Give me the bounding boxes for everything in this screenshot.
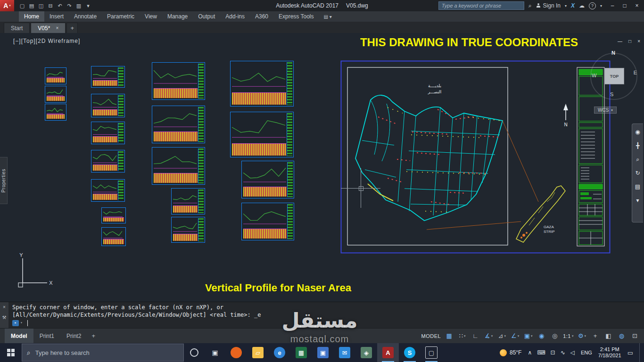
photos-icon[interactable]: ▣ <box>312 343 334 362</box>
profile-viewport-thumbnail[interactable] <box>45 67 66 84</box>
isodraft-button[interactable]: ⊿▾ <box>495 330 508 342</box>
ribbon-tab-home[interactable]: Home <box>19 11 44 22</box>
viewcube-east[interactable]: E <box>634 70 637 75</box>
profile-viewport-thumbnail[interactable] <box>152 147 205 185</box>
qat-redo-icon[interactable]: ↷ <box>65 3 74 9</box>
osnap-tracking-button-dropdown-icon[interactable]: ▾ <box>518 334 520 338</box>
help-icon[interactable]: ? <box>589 2 596 9</box>
orbit-icon[interactable]: ↻ <box>635 170 640 176</box>
help-search-box[interactable]: Type a keyword or phrase <box>438 1 524 10</box>
autocad-icon[interactable]: A <box>377 343 399 362</box>
profile-viewport-thumbnail[interactable] <box>241 161 294 198</box>
viewcube-north[interactable]: N <box>588 50 638 56</box>
sign-in-button[interactable]: Sign In <box>543 2 561 9</box>
annotation-monitor-button[interactable]: + <box>589 330 602 342</box>
drawing-canvas[interactable]: [−][Top][2D Wireframe] THIS DRAWING IN T… <box>0 33 644 302</box>
file-tab-start[interactable]: Start <box>4 23 30 33</box>
firefox-icon[interactable] <box>225 343 247 362</box>
taskbar-search[interactable]: ⌕ Type here to search <box>22 344 184 362</box>
profile-viewport-thumbnail[interactable] <box>91 94 125 117</box>
action-center-icon[interactable]: ▭ <box>627 349 633 356</box>
close-button[interactable]: × <box>631 2 643 9</box>
ribbon-tab-output[interactable]: Output <box>193 11 220 22</box>
command-input[interactable]: ▸ ▾ <box>12 319 640 327</box>
snap-mode-button[interactable]: ∷▾ <box>456 330 469 342</box>
volume-icon[interactable]: ◁ <box>570 349 575 356</box>
object-snap-button[interactable]: ▣▾ <box>522 330 535 342</box>
qat-undo-icon[interactable]: ↶ <box>56 3 64 9</box>
exchange-apps-icon[interactable]: X <box>571 2 575 9</box>
grid-display-button[interactable]: ▦ <box>443 330 455 342</box>
viewcube-top-face[interactable]: TOP <box>604 68 624 84</box>
workspace-button-dropdown-icon[interactable]: ▾ <box>585 334 586 338</box>
new-drawing-tab-button[interactable]: + <box>66 23 78 33</box>
hidden-icons-chevron[interactable]: ∧ <box>528 349 532 356</box>
snap-mode-button-dropdown-icon[interactable]: ▾ <box>464 334 466 338</box>
profile-viewport-thumbnail[interactable] <box>171 217 205 243</box>
qat-dropdown-icon[interactable]: ▾ <box>84 3 92 9</box>
clean-screen-button[interactable]: ⊡ <box>628 330 641 342</box>
minimize-button[interactable]: – <box>606 2 619 9</box>
wcs-dropdown[interactable]: WCS▾ <box>594 107 617 114</box>
display-icon[interactable]: ⊡ <box>551 349 555 356</box>
ribbon-tab-parametric[interactable]: Parametric <box>102 11 140 22</box>
ribbon-tab-a360[interactable]: A360 <box>250 11 273 22</box>
qat-open-icon[interactable]: ▤ <box>27 3 36 9</box>
viewcube-west[interactable]: W <box>592 73 596 78</box>
command-recent-dropdown-icon[interactable]: ▾ <box>20 319 23 327</box>
ribbon-tab-express-tools[interactable]: Express Tools <box>273 11 319 22</box>
isolate-objects-button[interactable]: ◧ <box>602 330 615 342</box>
ortho-mode-button[interactable]: ∟ <box>469 330 482 342</box>
viewcube-south[interactable]: S <box>610 91 613 97</box>
search-icon[interactable]: ⌕ <box>528 2 532 9</box>
layout-tab-print1[interactable]: Print1 <box>33 329 60 343</box>
profile-viewport-thumbnail[interactable] <box>230 112 294 157</box>
command-customize-icon[interactable]: ⚒ <box>2 315 7 320</box>
weather-widget[interactable]: 85°F <box>500 349 521 356</box>
profile-viewport-thumbnail[interactable] <box>230 61 294 107</box>
language-indicator[interactable]: ENG <box>581 350 592 355</box>
start-button[interactable] <box>0 343 22 362</box>
qat-save-icon[interactable]: ◫ <box>37 3 45 9</box>
new-layout-button[interactable]: + <box>87 329 99 343</box>
stay-connected-icon[interactable]: ☁ <box>579 2 585 9</box>
zoom-icon[interactable]: ⌕ <box>636 156 639 163</box>
qat-workspace-icon[interactable]: ▥ <box>74 3 83 9</box>
layout-tab-print2[interactable]: Print2 <box>60 329 87 343</box>
profile-viewport-thumbnail[interactable] <box>241 203 294 240</box>
viewport-restore-icon[interactable]: □ <box>628 39 631 44</box>
command-close-icon[interactable]: × <box>3 304 6 310</box>
cortana-icon[interactable] <box>184 343 205 362</box>
pan-icon[interactable]: ╋ <box>636 142 639 149</box>
maximize-button[interactable]: □ <box>619 2 631 9</box>
viewport-controls[interactable]: [−][Top][2D Wireframe] <box>13 38 80 44</box>
file-tab-close-icon[interactable]: × <box>56 25 58 31</box>
workspace-button[interactable]: ⚙▾ <box>576 330 588 342</box>
profile-viewport-thumbnail[interactable] <box>91 179 125 202</box>
steering-wheel-icon[interactable]: ◉ <box>635 129 640 135</box>
share-app-icon[interactable]: ◈ <box>355 343 377 362</box>
viewport-minimize-icon[interactable]: — <box>618 39 622 44</box>
annotation-scale-button-dropdown-icon[interactable]: ▾ <box>572 334 574 338</box>
navbar-more-icon[interactable]: ▾ <box>636 197 639 204</box>
viewport-close-icon[interactable]: × <box>637 39 640 44</box>
polar-tracking-button[interactable]: ∡▾ <box>482 330 495 342</box>
help-dropdown-icon[interactable]: ▾ <box>600 4 602 8</box>
annotation-objects-button[interactable]: ◉ <box>535 330 548 342</box>
showmotion-icon[interactable]: ▤ <box>635 183 640 190</box>
file-explorer-icon[interactable]: ▱ <box>247 343 269 362</box>
qat-plot-icon[interactable]: ⊟ <box>46 3 55 9</box>
profile-viewport-thumbnail[interactable] <box>101 227 126 246</box>
profile-viewport-thumbnail[interactable] <box>152 62 205 100</box>
profile-viewport-thumbnail[interactable] <box>45 86 66 103</box>
edge-browser-icon[interactable]: e <box>269 343 290 362</box>
ribbon-tab-annotate[interactable]: Annotate <box>69 11 102 22</box>
ribbon-tab-manage[interactable]: Manage <box>162 11 193 22</box>
layout-tab-model[interactable]: Model <box>5 329 33 343</box>
profile-viewport-thumbnail[interactable] <box>91 122 125 144</box>
profile-viewport-thumbnail[interactable] <box>91 150 125 173</box>
profile-viewport-thumbnail[interactable] <box>91 66 125 88</box>
properties-palette-tab[interactable]: Properties <box>0 157 8 204</box>
profile-viewport-thumbnail[interactable] <box>101 207 126 223</box>
profile-viewport-thumbnail[interactable] <box>171 188 205 214</box>
